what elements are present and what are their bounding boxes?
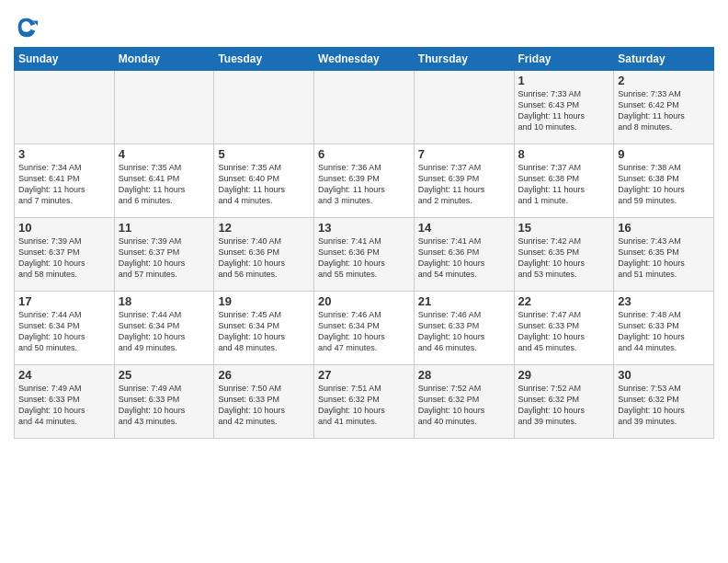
day-number: 11 <box>119 221 210 235</box>
day-cell: 11Sunrise: 7:39 AM Sunset: 6:37 PM Dayli… <box>114 218 214 292</box>
day-cell <box>114 71 214 144</box>
day-number: 13 <box>318 221 410 235</box>
day-cell: 25Sunrise: 7:49 AM Sunset: 6:33 PM Dayli… <box>114 365 214 439</box>
page-container: SundayMondayTuesdayWednesdayThursdayFrid… <box>0 0 728 448</box>
day-number: 18 <box>119 294 210 308</box>
day-number: 22 <box>518 294 610 308</box>
day-number: 3 <box>18 147 110 161</box>
day-info: Sunrise: 7:38 AM Sunset: 6:38 PM Dayligh… <box>618 162 710 207</box>
week-row-0: 1Sunrise: 7:33 AM Sunset: 6:43 PM Daylig… <box>15 71 714 144</box>
week-row-1: 3Sunrise: 7:34 AM Sunset: 6:41 PM Daylig… <box>15 144 714 218</box>
day-cell: 23Sunrise: 7:48 AM Sunset: 6:33 PM Dayli… <box>614 292 714 365</box>
day-cell: 1Sunrise: 7:33 AM Sunset: 6:43 PM Daylig… <box>514 71 614 144</box>
day-info: Sunrise: 7:51 AM Sunset: 6:32 PM Dayligh… <box>318 383 410 428</box>
header-sunday: Sunday <box>15 48 115 71</box>
day-cell: 6Sunrise: 7:36 AM Sunset: 6:39 PM Daylig… <box>314 144 415 218</box>
header-saturday: Saturday <box>614 48 714 71</box>
day-cell: 10Sunrise: 7:39 AM Sunset: 6:37 PM Dayli… <box>15 218 115 292</box>
day-cell: 17Sunrise: 7:44 AM Sunset: 6:34 PM Dayli… <box>15 292 115 365</box>
day-info: Sunrise: 7:52 AM Sunset: 6:32 PM Dayligh… <box>518 383 610 428</box>
day-cell: 4Sunrise: 7:35 AM Sunset: 6:41 PM Daylig… <box>114 144 214 218</box>
header <box>14 14 714 40</box>
day-number: 14 <box>418 221 510 235</box>
day-info: Sunrise: 7:45 AM Sunset: 6:34 PM Dayligh… <box>218 309 310 354</box>
day-number: 30 <box>618 368 710 382</box>
day-info: Sunrise: 7:36 AM Sunset: 6:39 PM Dayligh… <box>318 162 410 207</box>
day-cell: 2Sunrise: 7:33 AM Sunset: 6:42 PM Daylig… <box>614 71 714 144</box>
day-number: 28 <box>418 368 510 382</box>
day-cell: 26Sunrise: 7:50 AM Sunset: 6:33 PM Dayli… <box>214 365 314 439</box>
day-number: 17 <box>18 294 110 308</box>
day-info: Sunrise: 7:33 AM Sunset: 6:42 PM Dayligh… <box>618 88 710 133</box>
header-thursday: Thursday <box>414 48 514 71</box>
day-cell: 13Sunrise: 7:41 AM Sunset: 6:36 PM Dayli… <box>314 218 415 292</box>
day-info: Sunrise: 7:46 AM Sunset: 6:34 PM Dayligh… <box>318 309 410 354</box>
day-info: Sunrise: 7:33 AM Sunset: 6:43 PM Dayligh… <box>518 88 610 133</box>
day-info: Sunrise: 7:35 AM Sunset: 6:41 PM Dayligh… <box>119 162 210 207</box>
logo <box>14 14 43 40</box>
day-cell: 9Sunrise: 7:38 AM Sunset: 6:38 PM Daylig… <box>614 144 714 218</box>
day-cell: 22Sunrise: 7:47 AM Sunset: 6:33 PM Dayli… <box>514 292 614 365</box>
day-number: 5 <box>218 147 310 161</box>
day-info: Sunrise: 7:49 AM Sunset: 6:33 PM Dayligh… <box>18 383 110 428</box>
day-cell: 28Sunrise: 7:52 AM Sunset: 6:32 PM Dayli… <box>414 365 514 439</box>
day-number: 16 <box>618 221 710 235</box>
day-cell: 5Sunrise: 7:35 AM Sunset: 6:40 PM Daylig… <box>214 144 314 218</box>
day-cell: 21Sunrise: 7:46 AM Sunset: 6:33 PM Dayli… <box>414 292 514 365</box>
day-info: Sunrise: 7:44 AM Sunset: 6:34 PM Dayligh… <box>119 309 210 354</box>
header-wednesday: Wednesday <box>314 48 415 71</box>
day-number: 20 <box>318 294 410 308</box>
day-info: Sunrise: 7:39 AM Sunset: 6:37 PM Dayligh… <box>18 236 110 281</box>
day-info: Sunrise: 7:47 AM Sunset: 6:33 PM Dayligh… <box>518 309 610 354</box>
day-number: 25 <box>119 368 210 382</box>
day-cell <box>214 71 314 144</box>
day-info: Sunrise: 7:43 AM Sunset: 6:35 PM Dayligh… <box>618 236 710 281</box>
week-row-2: 10Sunrise: 7:39 AM Sunset: 6:37 PM Dayli… <box>15 218 714 292</box>
day-number: 8 <box>518 147 610 161</box>
day-cell <box>414 71 514 144</box>
day-number: 26 <box>218 368 310 382</box>
day-info: Sunrise: 7:34 AM Sunset: 6:41 PM Dayligh… <box>18 162 110 207</box>
day-info: Sunrise: 7:40 AM Sunset: 6:36 PM Dayligh… <box>218 236 310 281</box>
day-info: Sunrise: 7:44 AM Sunset: 6:34 PM Dayligh… <box>18 309 110 354</box>
day-info: Sunrise: 7:37 AM Sunset: 6:39 PM Dayligh… <box>418 162 510 207</box>
day-cell: 3Sunrise: 7:34 AM Sunset: 6:41 PM Daylig… <box>15 144 115 218</box>
day-cell: 14Sunrise: 7:41 AM Sunset: 6:36 PM Dayli… <box>414 218 514 292</box>
day-info: Sunrise: 7:37 AM Sunset: 6:38 PM Dayligh… <box>518 162 610 207</box>
day-info: Sunrise: 7:39 AM Sunset: 6:37 PM Dayligh… <box>119 236 210 281</box>
day-cell: 20Sunrise: 7:46 AM Sunset: 6:34 PM Dayli… <box>314 292 415 365</box>
day-cell: 7Sunrise: 7:37 AM Sunset: 6:39 PM Daylig… <box>414 144 514 218</box>
day-info: Sunrise: 7:41 AM Sunset: 6:36 PM Dayligh… <box>418 236 510 281</box>
day-info: Sunrise: 7:49 AM Sunset: 6:33 PM Dayligh… <box>119 383 210 428</box>
day-number: 27 <box>318 368 410 382</box>
header-friday: Friday <box>514 48 614 71</box>
day-cell: 24Sunrise: 7:49 AM Sunset: 6:33 PM Dayli… <box>15 365 115 439</box>
day-cell <box>314 71 415 144</box>
day-cell: 15Sunrise: 7:42 AM Sunset: 6:35 PM Dayli… <box>514 218 614 292</box>
day-number: 19 <box>218 294 310 308</box>
day-cell: 8Sunrise: 7:37 AM Sunset: 6:38 PM Daylig… <box>514 144 614 218</box>
logo-icon <box>14 14 40 40</box>
day-number: 24 <box>18 368 110 382</box>
day-info: Sunrise: 7:41 AM Sunset: 6:36 PM Dayligh… <box>318 236 410 281</box>
day-cell: 16Sunrise: 7:43 AM Sunset: 6:35 PM Dayli… <box>614 218 714 292</box>
header-tuesday: Tuesday <box>214 48 314 71</box>
day-info: Sunrise: 7:46 AM Sunset: 6:33 PM Dayligh… <box>418 309 510 354</box>
day-cell: 12Sunrise: 7:40 AM Sunset: 6:36 PM Dayli… <box>214 218 314 292</box>
calendar-body: 1Sunrise: 7:33 AM Sunset: 6:43 PM Daylig… <box>15 71 714 439</box>
day-info: Sunrise: 7:52 AM Sunset: 6:32 PM Dayligh… <box>418 383 510 428</box>
day-number: 15 <box>518 221 610 235</box>
day-number: 6 <box>318 147 410 161</box>
header-monday: Monday <box>114 48 214 71</box>
week-row-4: 24Sunrise: 7:49 AM Sunset: 6:33 PM Dayli… <box>15 365 714 439</box>
day-cell: 29Sunrise: 7:52 AM Sunset: 6:32 PM Dayli… <box>514 365 614 439</box>
day-number: 21 <box>418 294 510 308</box>
day-number: 9 <box>618 147 710 161</box>
week-row-3: 17Sunrise: 7:44 AM Sunset: 6:34 PM Dayli… <box>15 292 714 365</box>
day-cell <box>15 71 115 144</box>
day-number: 7 <box>418 147 510 161</box>
day-number: 1 <box>518 74 610 87</box>
day-info: Sunrise: 7:53 AM Sunset: 6:32 PM Dayligh… <box>618 383 710 428</box>
day-number: 4 <box>119 147 210 161</box>
day-number: 23 <box>618 294 710 308</box>
